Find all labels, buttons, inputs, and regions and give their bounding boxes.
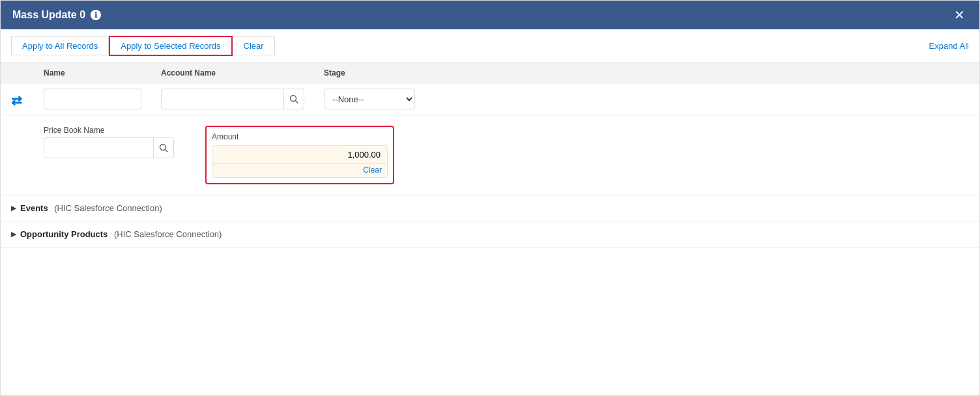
col-header-icon	[11, 68, 44, 78]
name-field-cell	[44, 89, 161, 109]
apply-to-all-button[interactable]: Apply to All Records	[11, 36, 109, 55]
account-name-field-cell	[161, 89, 324, 109]
info-icon[interactable]: ℹ	[91, 10, 101, 20]
apply-to-selected-button[interactable]: Apply to Selected Records	[109, 36, 232, 56]
price-book-group: Price Book Name	[44, 126, 174, 158]
content-area: Name Account Name Stage ⇄	[1, 63, 979, 395]
amount-clear-row: Clear	[212, 163, 387, 177]
amount-clear-button[interactable]: Clear	[363, 165, 382, 175]
secondary-fields: Price Book Name Amount Clea	[1, 115, 979, 195]
search-icon	[289, 94, 298, 104]
row-icon-cell: ⇄	[11, 89, 44, 108]
col-header-name: Name	[44, 68, 161, 78]
list-lines-icon: ⇄	[11, 92, 22, 108]
svg-line-1	[296, 101, 298, 104]
price-book-search-wrapper	[44, 137, 174, 158]
modal-title: Mass Update 0 ℹ	[12, 9, 101, 21]
opportunity-products-title: Opportunity Products	[20, 229, 108, 239]
modal-title-text: Mass Update 0	[12, 9, 85, 21]
account-name-input[interactable]	[162, 91, 283, 107]
price-book-search-button[interactable]	[153, 138, 173, 158]
price-book-search-icon	[159, 143, 168, 152]
svg-line-3	[166, 150, 168, 152]
price-book-label: Price Book Name	[44, 126, 174, 135]
modal-header: Mass Update 0 ℹ ✕	[1, 1, 979, 29]
col-header-extra	[467, 68, 969, 78]
opportunity-products-chevron-icon: ▶	[11, 230, 16, 238]
amount-label: Amount	[212, 132, 388, 141]
close-button[interactable]: ✕	[951, 7, 968, 23]
expand-all-button[interactable]: Expand All	[929, 37, 969, 55]
events-section[interactable]: ▶ Events (HIC Salesforce Connection)	[1, 195, 979, 221]
account-name-search-wrapper	[161, 89, 304, 109]
clear-button[interactable]: Clear	[233, 36, 275, 55]
amount-box: Amount Clear	[205, 126, 394, 184]
events-title: Events	[20, 203, 48, 213]
amount-input[interactable]	[212, 146, 387, 163]
price-book-input[interactable]	[44, 140, 153, 156]
opportunity-products-section[interactable]: ▶ Opportunity Products (HIC Salesforce C…	[1, 221, 979, 248]
table-header: Name Account Name Stage	[1, 63, 979, 83]
amount-input-wrapper: Clear	[212, 145, 388, 178]
events-chevron-icon: ▶	[11, 204, 16, 212]
account-name-search-button[interactable]	[283, 89, 304, 109]
opportunity-products-subtitle: (HIC Salesforce Connection)	[111, 229, 222, 239]
table-row: ⇄ --None-- Pr	[1, 83, 979, 115]
events-subtitle: (HIC Salesforce Connection)	[52, 203, 162, 213]
col-header-stage: Stage	[324, 68, 467, 78]
stage-select[interactable]: --None-- Prospecting Qualification Propo…	[324, 89, 415, 109]
toolbar: Apply to All Records Apply to Selected R…	[1, 29, 979, 63]
col-header-account: Account Name	[161, 68, 324, 78]
name-input[interactable]	[44, 89, 141, 109]
stage-field-cell: --None-- Prospecting Qualification Propo…	[324, 89, 467, 109]
mass-update-modal: Mass Update 0 ℹ ✕ Apply to All Records A…	[0, 0, 980, 396]
